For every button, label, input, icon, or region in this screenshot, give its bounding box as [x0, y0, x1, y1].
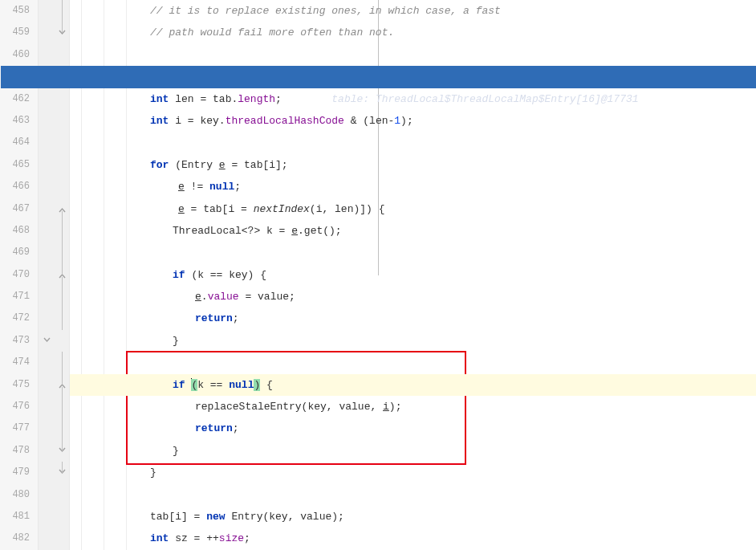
gutter-row[interactable]: 459: [0, 22, 69, 43]
code-line[interactable]: e = tab[i = nextIndex(i, len)]) {: [70, 198, 756, 220]
code-line[interactable]: [70, 484, 756, 506]
line-number[interactable]: 467: [0, 198, 39, 220]
fold-cell[interactable]: [55, 22, 69, 43]
code-line[interactable]: // path would fail more often than not.: [70, 22, 756, 43]
fold-cell[interactable]: [55, 462, 69, 483]
code-line[interactable]: e.value = value;: [70, 286, 756, 308]
line-number[interactable]: 478: [0, 440, 39, 462]
line-number[interactable]: 460: [0, 44, 39, 66]
fold-end-icon[interactable]: [43, 337, 51, 344]
gutter-row[interactable]: 466: [0, 176, 69, 198]
code-text: e: [195, 291, 201, 303]
code-text: for: [150, 159, 175, 171]
line-number[interactable]: 458: [0, 0, 39, 22]
code-line[interactable]: int len = tab.length;: [70, 88, 756, 110]
code-line[interactable]: for (Entry e = tab[i];: [70, 154, 756, 176]
line-number[interactable]: 480: [0, 484, 39, 506]
fold-cell: [55, 220, 69, 242]
gutter-row[interactable]: 471: [0, 286, 69, 308]
line-number[interactable]: 479: [0, 462, 39, 483]
code-line[interactable]: }: [70, 440, 756, 462]
gutter-icon-cell: [39, 242, 55, 263]
code-line[interactable]: [70, 352, 756, 373]
code-line[interactable]: return;: [70, 418, 756, 439]
code-text: e: [178, 203, 185, 215]
code-line[interactable]: [70, 242, 756, 263]
gutter-row[interactable]: 482: [0, 528, 69, 549]
line-number[interactable]: 475: [0, 374, 39, 396]
code-line[interactable]: if (k == key) {: [70, 264, 756, 286]
comment-text: // it is to replace existing ones, in wh…: [150, 5, 501, 17]
code-text: ;: [234, 181, 241, 193]
code-line[interactable]: }: [70, 462, 756, 483]
code-editor[interactable]: 458 459 460 461: [0, 0, 756, 550]
line-number[interactable]: 468: [0, 220, 39, 242]
gutter-row[interactable]: 479: [0, 462, 69, 483]
gutter-row[interactable]: 474: [0, 352, 69, 373]
gutter-icon-cell: [39, 396, 55, 418]
line-number[interactable]: 470: [0, 264, 39, 286]
code-text: ;: [233, 312, 239, 324]
line-number[interactable]: 474: [0, 352, 39, 373]
code-line[interactable]: e != null;: [70, 176, 756, 198]
code-line[interactable]: [70, 44, 756, 66]
gutter-row[interactable]: 460: [0, 44, 69, 66]
gutter-row[interactable]: 467: [0, 198, 69, 220]
code-text: length: [238, 93, 275, 105]
code-line[interactable]: [70, 132, 756, 153]
gutter-row[interactable]: 470: [0, 264, 69, 286]
code-line[interactable]: return;: [70, 308, 756, 329]
code-text: i: [383, 401, 389, 413]
code-line[interactable]: }: [70, 330, 756, 352]
current-line[interactable]: if (k == null) {: [70, 374, 756, 396]
gutter-row[interactable]: 468: [0, 220, 69, 242]
gutter-row[interactable]: 480: [0, 484, 69, 506]
gutter-row[interactable]: 472: [0, 308, 69, 329]
gutter-row[interactable]: 465: [0, 154, 69, 176]
code-text: .get();: [298, 225, 342, 237]
code-line[interactable]: tab[i] = new Entry(key, value);: [70, 506, 756, 528]
gutter-row[interactable]: 475: [0, 374, 69, 396]
gutter-row[interactable]: 477: [0, 418, 69, 439]
gutter-icon-cell: [39, 352, 55, 373]
code-text: = tab[i];: [226, 159, 288, 171]
gutter-icon-cell: [39, 528, 55, 549]
fold-cell: [55, 528, 69, 549]
line-number[interactable]: 469: [0, 242, 39, 263]
line-number[interactable]: 459: [0, 22, 39, 43]
line-number[interactable]: 466: [0, 176, 39, 198]
code-line[interactable]: int sz = ++size;: [70, 528, 756, 549]
gutter-row[interactable]: 458: [0, 0, 69, 22]
gutter-row[interactable]: 476: [0, 396, 69, 418]
fold-cell[interactable]: [55, 440, 69, 462]
code-line[interactable]: ThreadLocal<?> k = e.get();: [70, 220, 756, 242]
code-text: int: [150, 115, 175, 127]
execution-line[interactable]: Entry[] tab = table; table: ThreadLocal$…: [1, 66, 756, 88]
code-line[interactable]: // it is to replace existing ones, in wh…: [70, 0, 756, 22]
gutter-icon-cell[interactable]: [39, 330, 55, 352]
line-number[interactable]: 482: [0, 528, 39, 549]
line-number[interactable]: 464: [0, 132, 39, 153]
line-number[interactable]: 477: [0, 418, 39, 439]
line-number[interactable]: 465: [0, 154, 39, 176]
line-number[interactable]: 481: [0, 506, 39, 528]
fold-cell: [55, 176, 69, 198]
fold-cell[interactable]: [55, 374, 69, 396]
line-number[interactable]: 472: [0, 308, 39, 329]
gutter-row[interactable]: 473: [0, 330, 69, 352]
line-number[interactable]: 471: [0, 286, 39, 308]
code-area[interactable]: // it is to replace existing ones, in wh…: [70, 0, 756, 550]
code-text: value: [208, 291, 239, 303]
code-text: replaceStaleEntry(key, value,: [195, 401, 383, 413]
gutter-row[interactable]: 469: [0, 242, 69, 263]
gutter-row[interactable]: 478: [0, 440, 69, 462]
line-number[interactable]: 476: [0, 396, 39, 418]
code-line[interactable]: replaceStaleEntry(key, value, i);: [70, 396, 756, 418]
gutter-row[interactable]: 464: [0, 132, 69, 153]
code-text: tab[i] =: [150, 511, 206, 523]
gutter-row[interactable]: 481: [0, 506, 69, 528]
line-number[interactable]: 473: [0, 330, 39, 352]
fold-cell[interactable]: [55, 198, 69, 220]
code-line[interactable]: int i = key.threadLocalHashCode & (len-1…: [70, 110, 756, 132]
fold-cell[interactable]: [55, 264, 69, 286]
